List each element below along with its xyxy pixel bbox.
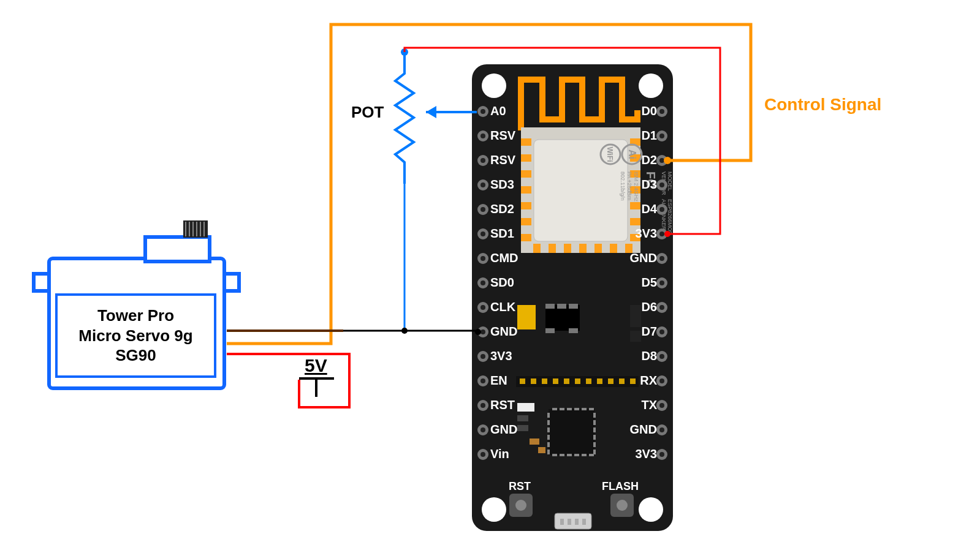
svg-rect-22: [564, 244, 571, 253]
rst-label: RST: [509, 480, 531, 493]
svg-rect-20: [533, 244, 541, 253]
pot-body-icon: [395, 52, 414, 184]
svg-rect-53: [542, 378, 547, 384]
pin-l-14: Vin: [490, 447, 509, 461]
svg-rect-40: [568, 519, 571, 525]
svg-point-149: [659, 452, 664, 457]
svg-point-125: [659, 158, 664, 163]
svg-rect-84: [582, 454, 587, 456]
svg-rect-57: [586, 378, 591, 384]
svg-point-153: [664, 231, 670, 237]
pin-r-13: GND: [625, 423, 657, 437]
pin-l-8: CLK: [490, 300, 515, 314]
svg-rect-76: [567, 408, 572, 410]
svg-point-97: [481, 183, 485, 187]
pin-l-6: CMD: [490, 251, 518, 265]
pin-l-3: SD3: [490, 178, 514, 192]
svg-rect-45: [545, 304, 555, 309]
svg-point-111: [481, 354, 485, 359]
svg-text:802.11b/g/n: 802.11b/g/n: [620, 171, 626, 201]
svg-point-95: [481, 158, 485, 163]
svg-rect-18: [630, 218, 640, 225]
svg-rect-51: [520, 378, 525, 384]
pin-l-9: GND: [490, 325, 517, 339]
svg-rect-7: [521, 154, 531, 162]
svg-rect-47: [569, 304, 578, 309]
svg-point-127: [659, 183, 664, 187]
svg-marker-150: [426, 106, 436, 118]
svg-rect-24: [594, 244, 602, 253]
tantalum-cap-icon: [517, 305, 536, 329]
svg-rect-75: [560, 408, 564, 410]
svg-point-137: [659, 305, 664, 310]
mcu-chip-icon: [549, 409, 594, 455]
pin-r-1: D1: [632, 129, 657, 143]
svg-rect-25: [610, 244, 617, 253]
vreg-icon: [545, 305, 580, 331]
svg-rect-59: [608, 378, 613, 384]
svg-rect-65: [547, 435, 550, 440]
smd1: [517, 403, 534, 412]
svg-text:MODEL: MODEL: [667, 171, 673, 191]
svg-point-123: [659, 134, 664, 138]
svg-point-155: [401, 328, 408, 334]
svg-point-141: [659, 354, 664, 359]
svg-point-99: [481, 207, 485, 212]
servo-label-box: Tower Pro Micro Servo 9g SG90: [55, 293, 216, 378]
svg-rect-23: [579, 244, 587, 253]
svg-point-131: [659, 231, 664, 236]
svg-rect-74: [552, 408, 557, 410]
svg-rect-11: [521, 218, 531, 225]
svg-point-145: [659, 403, 664, 408]
svg-point-121: [659, 109, 664, 114]
pin-r-12: TX: [632, 398, 657, 412]
svg-rect-69: [593, 420, 596, 425]
svg-rect-82: [567, 454, 572, 456]
svg-rect-67: [547, 450, 550, 454]
pin-r-8: D6: [632, 300, 657, 314]
svg-point-129: [659, 207, 664, 212]
svg-rect-39: [560, 519, 564, 525]
svg-rect-58: [597, 378, 602, 384]
pin-r-9: D7: [632, 325, 657, 339]
svg-rect-85: [589, 454, 594, 456]
svg-point-113: [481, 378, 485, 383]
svg-text:WiFi: WiFi: [606, 146, 614, 162]
svg-rect-83: [574, 454, 579, 456]
svg-rect-49: [569, 328, 578, 333]
mount-hole-tl: [482, 73, 506, 98]
svg-rect-42: [582, 519, 586, 525]
svg-rect-89: [538, 447, 545, 453]
svg-point-133: [659, 256, 664, 261]
svg-point-43: [515, 500, 526, 511]
pin-l-13: GND: [490, 423, 517, 437]
svg-rect-52: [531, 378, 536, 384]
svg-point-117: [481, 427, 485, 432]
svg-point-105: [481, 280, 485, 285]
svg-rect-77: [574, 408, 579, 410]
svg-rect-73: [593, 450, 596, 454]
pin-r-3: D3: [632, 178, 657, 192]
svg-rect-10: [521, 202, 531, 209]
servo-brand: Tower Pro: [97, 306, 174, 326]
svg-rect-71: [593, 435, 596, 440]
svg-rect-80: [552, 454, 557, 456]
svg-point-101: [481, 231, 485, 236]
svg-rect-6: [521, 138, 531, 146]
pin-l-2: RSV: [490, 153, 515, 167]
svg-point-107: [481, 305, 485, 310]
svg-point-103: [481, 256, 485, 261]
svg-point-147: [659, 427, 664, 432]
svg-rect-41: [575, 519, 579, 525]
svg-point-143: [659, 378, 664, 383]
svg-point-109: [481, 329, 485, 334]
pin-r-10: D8: [632, 349, 657, 363]
pin-r-0: D0: [632, 104, 657, 118]
svg-rect-55: [564, 378, 569, 384]
pin-r-7: D5: [632, 276, 657, 290]
servo-model-line: Micro Servo 9g: [78, 326, 192, 346]
svg-rect-79: [589, 408, 594, 410]
svg-rect-12: [521, 234, 531, 241]
pin-r-2: D2: [632, 153, 657, 167]
svg-rect-63: [547, 420, 550, 425]
